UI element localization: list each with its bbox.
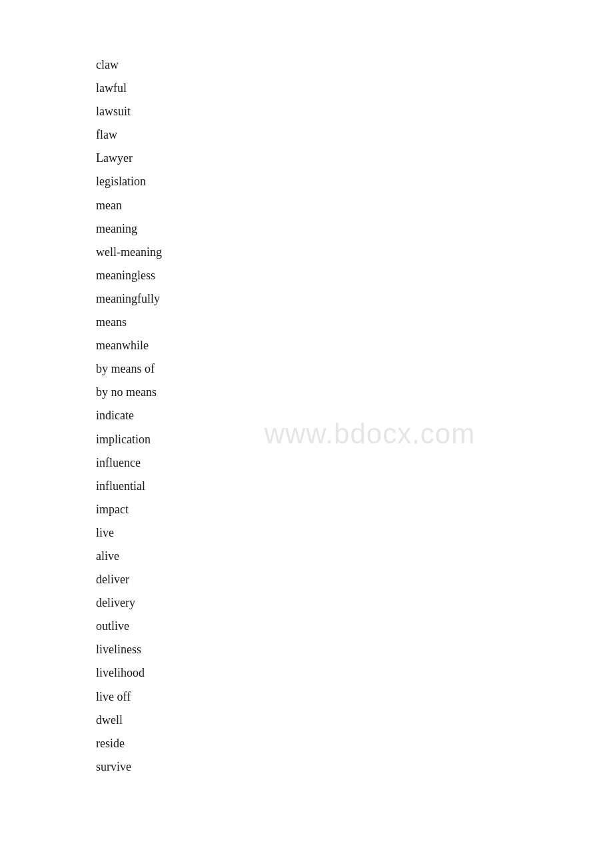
list-item: legislation xyxy=(96,170,613,193)
list-item: reside xyxy=(96,732,613,755)
list-item: meaningfully xyxy=(96,287,613,311)
list-item: meaning xyxy=(96,217,613,241)
list-item: delivery xyxy=(96,591,613,615)
list-item: Lawyer xyxy=(96,147,613,170)
list-item: implication xyxy=(96,428,613,451)
list-item: meaningless xyxy=(96,264,613,287)
list-item: outlive xyxy=(96,615,613,638)
list-item: live xyxy=(96,521,613,545)
list-item: flaw xyxy=(96,123,613,147)
list-item: live off xyxy=(96,685,613,709)
word-list: clawlawfullawsuitflawLawyerlegislationme… xyxy=(0,0,613,832)
list-item: influence xyxy=(96,451,613,475)
list-item: survive xyxy=(96,755,613,779)
list-item: indicate xyxy=(96,404,613,427)
list-item: lawful xyxy=(96,77,613,100)
list-item: claw xyxy=(96,53,613,77)
list-item: mean xyxy=(96,194,613,217)
list-item: lawsuit xyxy=(96,100,613,123)
list-item: well-meaning xyxy=(96,241,613,264)
list-item: dwell xyxy=(96,709,613,732)
list-item: deliver xyxy=(96,568,613,591)
list-item: liveliness xyxy=(96,638,613,661)
list-item: means xyxy=(96,311,613,334)
list-item: livelihood xyxy=(96,661,613,685)
list-item: influential xyxy=(96,475,613,498)
list-item: impact xyxy=(96,498,613,521)
list-item: by no means xyxy=(96,381,613,404)
list-item: by means of xyxy=(96,357,613,381)
list-item: meanwhile xyxy=(96,334,613,357)
list-item: alive xyxy=(96,545,613,568)
